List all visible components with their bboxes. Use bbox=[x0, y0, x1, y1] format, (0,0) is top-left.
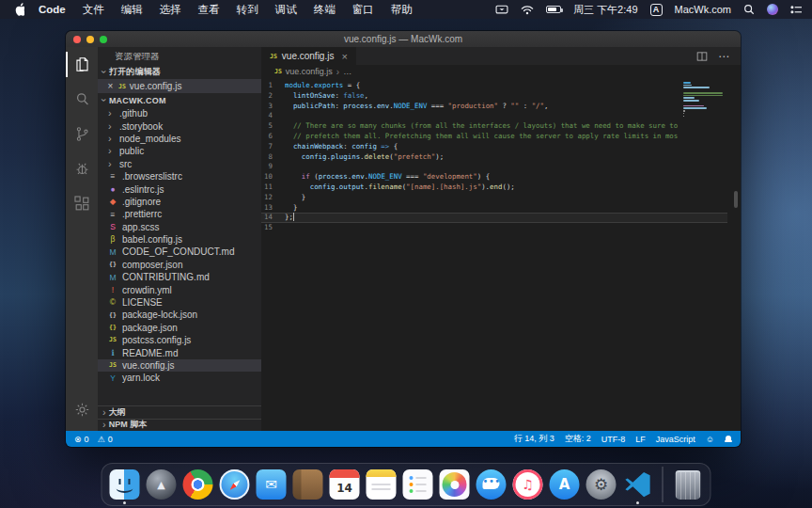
activity-search-icon[interactable] bbox=[66, 82, 98, 117]
dock-contacts-icon[interactable] bbox=[292, 465, 324, 504]
battery-icon[interactable] bbox=[546, 6, 561, 13]
dock-reminders-icon[interactable] bbox=[402, 465, 434, 504]
menu-item-2[interactable]: 编辑 bbox=[113, 3, 151, 17]
dock-launchpad-icon[interactable]: ▲ bbox=[146, 465, 178, 504]
file-row-.eslintrc.js[interactable]: ●.eslintrc.js bbox=[98, 183, 261, 195]
spotlight-search-icon[interactable] bbox=[743, 4, 755, 15]
file-row-.browserslistrc[interactable]: ≡.browserslistrc bbox=[98, 170, 261, 183]
breadcrumb[interactable]: JS vue.config.js › … bbox=[261, 65, 741, 78]
file-row-.github[interactable]: ›.github bbox=[98, 107, 261, 119]
notifications-bell-icon[interactable] bbox=[725, 435, 732, 443]
code-line-6[interactable]: 6 // prefetch them all. Prefetching them… bbox=[261, 132, 727, 142]
menu-item-6[interactable]: 调试 bbox=[267, 3, 305, 17]
status-item-1[interactable]: 空格: 2 bbox=[565, 433, 591, 445]
menu-item-9[interactable]: 帮助 bbox=[383, 3, 421, 17]
close-window-button[interactable] bbox=[73, 36, 81, 43]
dock-vscode-icon[interactable] bbox=[622, 465, 654, 504]
file-row-composer.json[interactable]: {}composer.json bbox=[98, 259, 261, 271]
file-row-postcss.config.js[interactable]: JSpostcss.config.js bbox=[98, 334, 261, 346]
status-item-4[interactable]: JavaScript bbox=[656, 435, 695, 444]
file-row-public[interactable]: ›public bbox=[98, 145, 261, 157]
dock-appstore-icon[interactable]: A bbox=[549, 465, 581, 504]
file-row-CODE_OF_CONDUCT.md[interactable]: MCODE_OF_CONDUCT.md bbox=[98, 246, 261, 258]
activity-explorer-icon[interactable] bbox=[66, 47, 98, 82]
close-icon[interactable]: × bbox=[106, 81, 115, 91]
activity-extensions-icon[interactable] bbox=[66, 186, 98, 221]
dock-photos-icon[interactable] bbox=[439, 465, 471, 504]
file-row-src[interactable]: ›src bbox=[98, 158, 261, 170]
code-line-12[interactable]: 12 } bbox=[261, 193, 727, 203]
wifi-icon[interactable] bbox=[521, 5, 534, 15]
file-row-app.scss[interactable]: Sapp.scss bbox=[98, 221, 261, 233]
code-line-15[interactable]: 15 bbox=[261, 223, 727, 233]
status-item-0[interactable]: 行 14, 列 3 bbox=[514, 433, 554, 445]
settings-gear-icon[interactable] bbox=[66, 392, 98, 427]
code-line-5[interactable]: 5 // There are so many chunks (from all … bbox=[261, 121, 727, 132]
menu-item-7[interactable]: 终端 bbox=[305, 3, 344, 17]
open-editors-header[interactable]: › 打开的编辑器 bbox=[98, 65, 261, 79]
code-line-7[interactable]: 7 chainWebpack: config => { bbox=[261, 142, 727, 152]
menubar-clock[interactable]: 周三 下午2:49 bbox=[573, 3, 637, 17]
code-line-14[interactable]: 14}; bbox=[261, 213, 727, 223]
split-editor-icon[interactable] bbox=[696, 51, 708, 62]
file-row-README.md[interactable]: ℹREADME.md bbox=[98, 346, 261, 358]
zoom-window-button[interactable] bbox=[100, 36, 107, 43]
close-tab-icon[interactable]: × bbox=[341, 51, 347, 62]
project-root-header[interactable]: › MACWK.COM bbox=[98, 93, 261, 107]
status-item-2[interactable]: UTF-8 bbox=[601, 435, 626, 444]
dock-safari-icon[interactable] bbox=[219, 465, 251, 504]
errors-indicator[interactable]: ⊗ 0 bbox=[74, 435, 89, 444]
input-method-icon[interactable]: A bbox=[650, 4, 663, 16]
warnings-indicator[interactable]: ⚠ 0 bbox=[98, 435, 113, 444]
file-row-babel.config.js[interactable]: βbabel.config.js bbox=[98, 233, 261, 246]
code-line-13[interactable]: 13 } bbox=[261, 203, 727, 214]
notification-center-icon[interactable] bbox=[790, 5, 803, 15]
outline-section-header[interactable]: › 大纲 bbox=[98, 405, 261, 419]
file-row-node_modules[interactable]: ›node_modules bbox=[98, 133, 261, 145]
menu-item-3[interactable]: 选择 bbox=[151, 3, 190, 17]
siri-icon[interactable] bbox=[767, 4, 778, 15]
dock-syspref-icon[interactable]: ⚙ bbox=[586, 465, 617, 504]
dock-notes-icon[interactable] bbox=[366, 465, 398, 504]
menu-item-8[interactable]: 窗口 bbox=[344, 3, 383, 17]
menubar-network-label[interactable]: MacWk.com bbox=[675, 4, 732, 15]
code-line-3[interactable]: 3 publicPath: process.env.NODE_ENV === "… bbox=[261, 102, 727, 112]
more-actions-icon[interactable]: ⋯ bbox=[718, 50, 730, 63]
open-editor-item[interactable]: × JS vue.config.js bbox=[98, 79, 261, 93]
file-row-LICENSE[interactable]: ©LICENSE bbox=[98, 296, 261, 309]
dock-music-icon[interactable]: ♫ bbox=[512, 465, 544, 504]
dock-messages-icon[interactable]: ••• bbox=[476, 465, 508, 504]
window-titlebar[interactable]: vue.config.js — MacWk.com bbox=[66, 31, 741, 47]
activity-debug-icon[interactable] bbox=[66, 151, 98, 186]
file-row-.prettierrc[interactable]: ≡.prettierrc bbox=[98, 208, 261, 220]
file-row-vue.config.js[interactable]: JSvue.config.js bbox=[98, 359, 261, 372]
npm-scripts-section-header[interactable]: › NPM 脚本 bbox=[98, 419, 261, 432]
menu-item-5[interactable]: 转到 bbox=[228, 3, 267, 17]
file-row-.storybook[interactable]: ›.storybook bbox=[98, 119, 261, 132]
status-item-3[interactable]: LF bbox=[635, 435, 646, 444]
menu-item-4[interactable]: 查看 bbox=[190, 3, 228, 17]
file-row-.gitignore[interactable]: ◆.gitignore bbox=[98, 196, 261, 208]
dock-finder-icon[interactable] bbox=[109, 465, 141, 504]
tab-vue-config-js[interactable]: JS vue.config.js × bbox=[261, 47, 356, 65]
file-row-package.json[interactable]: {}package.json bbox=[98, 322, 261, 334]
menu-item-app[interactable]: Code bbox=[30, 4, 74, 15]
file-row-crowdin.yml[interactable]: !crowdin.yml bbox=[98, 283, 261, 295]
code-line-2[interactable]: 2 lintOnSave: false, bbox=[261, 91, 727, 102]
feedback-smiley-icon[interactable]: ☺ bbox=[706, 435, 714, 444]
code-line-4[interactable]: 4 bbox=[261, 111, 727, 121]
file-row-yarn.lock[interactable]: Yyarn.lock bbox=[98, 372, 261, 384]
apple-menu-icon[interactable] bbox=[13, 3, 24, 16]
minimize-window-button[interactable] bbox=[86, 36, 94, 43]
dock-trash-icon[interactable] bbox=[672, 465, 704, 504]
dock-chrome-icon[interactable] bbox=[182, 465, 214, 504]
code-editor[interactable]: 1module.exports = {2 lintOnSave: false,3… bbox=[261, 78, 741, 431]
menu-item-1[interactable]: 文件 bbox=[74, 3, 113, 17]
file-row-package-lock.json[interactable]: {}package-lock.json bbox=[98, 309, 261, 321]
code-line-10[interactable]: 10 if (process.env.NODE_ENV === "develop… bbox=[261, 172, 727, 183]
dock-calendar-icon[interactable]: 14 bbox=[329, 465, 361, 504]
dock-mail-icon[interactable]: ✉ bbox=[256, 465, 288, 504]
code-line-1[interactable]: 1module.exports = { bbox=[261, 81, 727, 91]
file-row-CONTRIBUTING.md[interactable]: MCONTRIBUTING.md bbox=[98, 271, 261, 283]
code-line-11[interactable]: 11 config.output.filename("[name].[hash]… bbox=[261, 183, 727, 193]
